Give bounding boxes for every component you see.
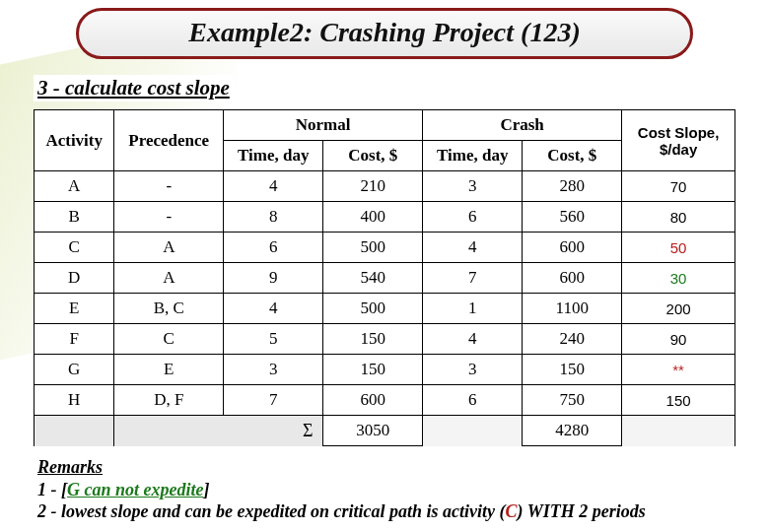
cell-precedence: D, F (114, 385, 224, 416)
remark-1-prefix: 1 - [ (37, 480, 67, 499)
cell-precedence: C (114, 324, 224, 355)
cost-slope-l2: $/day (660, 141, 697, 158)
cell-normal-cost: 500 (323, 294, 423, 324)
cell-precedence: E (114, 355, 224, 385)
cost-slope-table: Activity Precedence Normal Crash Cost Sl… (34, 109, 735, 446)
table-row: H D, F 7 600 6 750 150 (35, 385, 735, 416)
col-cost-slope: Cost Slope, $/day (622, 110, 735, 171)
cell-crash-cost: 280 (523, 171, 622, 202)
slide-title: Example2: Crashing Project (123) (76, 8, 693, 59)
cell-crash-cost: 600 (523, 263, 622, 294)
sum-row: Σ 3050 4280 (35, 416, 735, 446)
col-crash-cost: Cost, $ (523, 141, 622, 171)
cell-normal-cost: 210 (323, 171, 423, 202)
section-subtitle: 3 - calculate cost slope (34, 75, 234, 101)
col-normal-time: Time, day (224, 141, 323, 171)
cell-activity: B (35, 202, 114, 233)
cell-normal-time: 7 (224, 385, 323, 416)
cell-crash-cost: 600 (523, 233, 622, 263)
sum-crash-cost: 4280 (523, 416, 622, 446)
cell-crash-time: 3 (423, 171, 523, 202)
cell-slope: 70 (622, 171, 735, 202)
table-row: D A 9 540 7 600 30 (35, 263, 735, 294)
remark-2-suffix: ) WITH 2 periods (517, 501, 645, 521)
cell-crash-time: 4 (423, 233, 523, 263)
table-row: G E 3 150 3 150 ** (35, 355, 735, 385)
remarks-block: Remarks 1 - [G can not expedite] 2 - low… (37, 456, 769, 523)
cell-slope: 30 (622, 263, 735, 294)
cell-normal-cost: 500 (323, 233, 423, 263)
remark-2-highlight: C (505, 501, 517, 521)
cell-crash-cost: 1100 (523, 294, 622, 324)
cell-normal-time: 4 (224, 294, 323, 324)
cell-crash-cost: 750 (523, 385, 622, 416)
cell-normal-cost: 150 (323, 355, 423, 385)
cell-precedence: B, C (114, 294, 224, 324)
cell-empty (114, 416, 224, 446)
cell-normal-time: 9 (224, 263, 323, 294)
cell-slope: 80 (622, 202, 735, 233)
cell-activity: F (35, 324, 114, 355)
cell-normal-time: 6 (224, 233, 323, 263)
table-row: E B, C 4 500 1 1100 200 (35, 294, 735, 324)
col-crash: Crash (423, 110, 622, 141)
cell-slope: 90 (622, 324, 735, 355)
cell-activity: H (35, 385, 114, 416)
cell-crash-time: 1 (423, 294, 523, 324)
cell-empty (423, 416, 523, 446)
col-activity: Activity (35, 110, 114, 171)
cell-crash-time: 6 (423, 202, 523, 233)
cell-crash-cost: 240 (523, 324, 622, 355)
col-normal: Normal (224, 110, 423, 141)
cell-normal-cost: 400 (323, 202, 423, 233)
cell-slope: 200 (622, 294, 735, 324)
cell-slope: 50 (622, 233, 735, 263)
cell-empty (35, 416, 114, 446)
col-crash-time: Time, day (423, 141, 523, 171)
col-normal-cost: Cost, $ (323, 141, 423, 171)
cell-normal-time: 3 (224, 355, 323, 385)
sum-normal-cost: 3050 (323, 416, 423, 446)
table-row: F C 5 150 4 240 90 (35, 324, 735, 355)
cell-normal-time: 5 (224, 324, 323, 355)
cell-precedence: A (114, 263, 224, 294)
cell-empty (622, 416, 735, 446)
cell-activity: A (35, 171, 114, 202)
cell-activity: G (35, 355, 114, 385)
table-row: B - 8 400 6 560 80 (35, 202, 735, 233)
cell-normal-cost: 150 (323, 324, 423, 355)
cell-normal-time: 4 (224, 171, 323, 202)
table-row: A - 4 210 3 280 70 (35, 171, 735, 202)
cell-normal-cost: 600 (323, 385, 423, 416)
cell-activity: D (35, 263, 114, 294)
cell-normal-time: 8 (224, 202, 323, 233)
cell-crash-time: 7 (423, 263, 523, 294)
cell-crash-time: 6 (423, 385, 523, 416)
cell-normal-cost: 540 (323, 263, 423, 294)
cell-activity: C (35, 233, 114, 263)
cell-precedence: - (114, 202, 224, 233)
remark-1-suffix: ] (203, 480, 209, 499)
cell-crash-cost: 560 (523, 202, 622, 233)
cell-slope: 150 (622, 385, 735, 416)
cell-crash-cost: 150 (523, 355, 622, 385)
cell-crash-time: 3 (423, 355, 523, 385)
remark-2-prefix: 2 - lowest slope and can be expedited on… (37, 501, 505, 521)
col-precedence: Precedence (114, 110, 224, 171)
cell-precedence: - (114, 171, 224, 202)
cell-activity: E (35, 294, 114, 324)
cost-slope-table-wrap: Activity Precedence Normal Crash Cost Sl… (34, 109, 735, 446)
sigma-label: Σ (224, 416, 323, 446)
cell-precedence: A (114, 233, 224, 263)
remark-1-highlight: G can not expedite (67, 480, 203, 499)
cell-crash-time: 4 (423, 324, 523, 355)
remarks-heading: Remarks (37, 457, 103, 477)
cell-slope: ** (622, 355, 735, 385)
cost-slope-l1: Cost Slope, (638, 124, 720, 141)
table-row: C A 6 500 4 600 50 (35, 233, 735, 263)
